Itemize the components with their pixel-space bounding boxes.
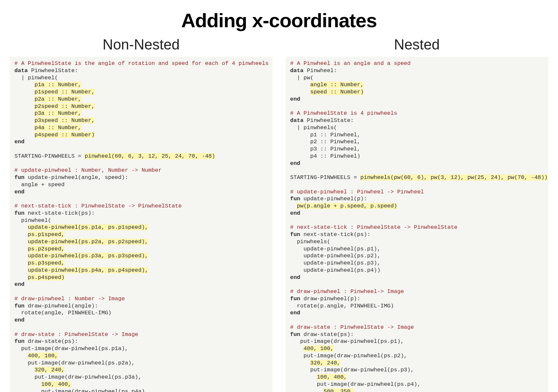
code-text xyxy=(14,267,28,273)
code-text: put-image(draw-pinwheel(ps.p2), xyxy=(290,353,407,359)
code-text: | pinwheels( xyxy=(290,125,337,131)
code-highlight: update-pinwheel(ps.p4a, ps.p4speed), xyxy=(28,267,148,273)
code-text: update-pinwheel(ps.p1), xyxy=(290,246,380,252)
code-text: pinwheel( xyxy=(14,217,51,224)
code-line: p2 :: Pinwheel, xyxy=(290,139,360,145)
code-line: update-pinwheel(ps.p4a, ps.p4speed), xyxy=(14,267,148,273)
code-comment: # next-state-tick : PinwheelState -> Pin… xyxy=(290,224,457,230)
code-text xyxy=(14,117,34,124)
code-line: # draw-pinwheel : Pinwheel-> Image xyxy=(290,288,404,295)
code-text: update-pinwheel(ps.p3), xyxy=(290,260,380,266)
code-text xyxy=(14,367,34,373)
code-line: ps.p1speed, xyxy=(14,231,65,238)
code-line: pinwheels( xyxy=(290,239,330,245)
code-comment: # A Pinwheel is an angle and a speed xyxy=(290,60,410,67)
code-keyword: data xyxy=(14,68,28,74)
code-line: update-pinwheel(ps.p3a, ps.p3speed), xyxy=(14,253,148,259)
code-highlight: update-pinwheel(ps.p3a, ps.p3speed), xyxy=(28,253,148,259)
code-line: end xyxy=(14,317,25,323)
code-comment: # next-state-tick : PinwheelState -> Pin… xyxy=(14,203,182,209)
code-comment: # A PinwheelState is 4 pinwheels xyxy=(290,110,397,116)
code-highlight: pinwheels(pw(60, 6), pw(3, 12), pw(25, 2… xyxy=(360,174,548,181)
code-keyword: end xyxy=(14,189,25,195)
code-line: # draw-state : PinwheelState -> Image xyxy=(290,324,414,330)
code-keyword: fun xyxy=(14,174,25,181)
code-line: | pw( xyxy=(290,75,313,81)
code-line: put-image(draw-pinwheel(ps.p3), xyxy=(290,367,414,373)
code-highlight: p3speed :: Number, xyxy=(34,117,95,124)
code-line: put-image(draw-pinwheel(ps.p4), xyxy=(290,381,421,387)
code-text xyxy=(290,345,304,352)
code-highlight: ps.p3speed, xyxy=(28,260,65,266)
code-line: p3a :: Number, xyxy=(14,110,81,116)
code-text: put-image(draw-pinwheel(ps.p1a), xyxy=(14,345,128,352)
code-keyword: end xyxy=(14,139,25,145)
code-text: | pw( xyxy=(290,75,313,81)
code-line: put-image(draw-pinwheel(ps.p4a), xyxy=(14,388,148,392)
code-text xyxy=(14,89,34,95)
code-line: end xyxy=(290,210,300,216)
code-keyword: end xyxy=(14,317,25,323)
code-text: draw-pinwheel(p): xyxy=(300,296,361,302)
code-line: # draw-pinwheel : Number -> Image xyxy=(14,296,125,302)
code-line: p1a :: Number, xyxy=(14,82,81,88)
code-highlight: 500, 350, xyxy=(324,388,354,392)
code-line: fun draw-state(ps): xyxy=(14,338,78,344)
code-text xyxy=(14,224,28,230)
code-line: p4speed :: Number) xyxy=(14,132,95,138)
code-line: put-image(draw-pinwheel(ps.p1), xyxy=(290,338,404,344)
code-text: next-state-tick(ps): xyxy=(25,210,95,216)
code-text xyxy=(14,110,34,116)
code-line: pw(p.angle + p.speed, p.speed) xyxy=(290,203,397,209)
code-highlight: p3a :: Number, xyxy=(34,110,81,116)
code-comment: # draw-pinwheel : Pinwheel-> Image xyxy=(290,288,404,295)
code-text xyxy=(14,103,34,109)
code-text: p2 :: Pinwheel, xyxy=(290,139,360,145)
code-text: STARTING-PINWHEELS = xyxy=(14,153,85,159)
code-line: end xyxy=(290,310,300,316)
code-highlight: speed :: Number) xyxy=(310,89,364,95)
code-highlight: p2speed :: Number, xyxy=(34,103,95,109)
code-line: 320, 240, xyxy=(14,367,65,373)
code-highlight: pw(p.angle + p.speed, p.speed) xyxy=(297,203,397,209)
code-highlight: 100, 400, xyxy=(41,381,71,387)
left-column-heading: Non-Nested xyxy=(10,36,272,53)
code-highlight: 100, 400, xyxy=(317,374,347,380)
code-keyword: fun xyxy=(14,338,25,344)
code-line: end xyxy=(14,189,25,195)
code-text: update-pinwheel(p): xyxy=(300,196,367,202)
code-highlight: ps.p2speed, xyxy=(28,246,65,252)
code-text xyxy=(14,231,28,238)
code-text xyxy=(290,82,310,88)
code-text: Pinwheel: xyxy=(304,68,337,74)
code-line: # A PinwheelState is the angle of rotati… xyxy=(14,60,269,67)
code-line: end xyxy=(290,96,300,102)
code-text: update-pinwheel(ps.p4)) xyxy=(290,267,380,273)
code-text: put-image(draw-pinwheel(ps.p4), xyxy=(290,381,421,387)
code-text: put-image(draw-pinwheel(ps.p3a), xyxy=(14,374,142,380)
code-keyword: end xyxy=(290,274,300,281)
code-line: update-pinwheel(ps.p1a, ps.p1speed), xyxy=(14,224,148,230)
code-text xyxy=(290,374,317,380)
code-text xyxy=(14,96,34,102)
code-text xyxy=(14,125,34,131)
code-comment: # draw-state : PinwheelState -> Image xyxy=(290,324,414,330)
code-line: 100, 400, xyxy=(14,381,71,387)
code-line: p4 :: Pinwheel) xyxy=(290,153,360,159)
code-text xyxy=(14,381,41,387)
code-keyword: fun xyxy=(290,231,300,238)
code-highlight: ps.p4speed) xyxy=(28,274,65,281)
code-line: put-image(draw-pinwheel(ps.p3a), xyxy=(14,374,142,380)
code-text: put-image(draw-pinwheel(ps.p1), xyxy=(290,338,404,344)
code-line: # next-state-tick : PinwheelState -> Pin… xyxy=(14,203,182,209)
code-text: | pinwheel( xyxy=(14,75,58,81)
code-text: pinwheels( xyxy=(290,239,330,245)
code-text xyxy=(14,132,34,138)
code-line: # draw-state : PinwheelState -> Image xyxy=(14,331,138,338)
code-line: speed :: Number) xyxy=(290,89,364,95)
code-highlight: p4speed :: Number) xyxy=(34,132,95,138)
code-line: p2a :: Number, xyxy=(14,96,81,102)
right-code-block: # A Pinwheel is an angle and a speed dat… xyxy=(286,57,548,392)
code-highlight: pinwheel(60, 6, 3, 12, 25, 24, 70, -48) xyxy=(85,153,215,159)
code-comment: # draw-state : PinwheelState -> Image xyxy=(14,331,138,338)
